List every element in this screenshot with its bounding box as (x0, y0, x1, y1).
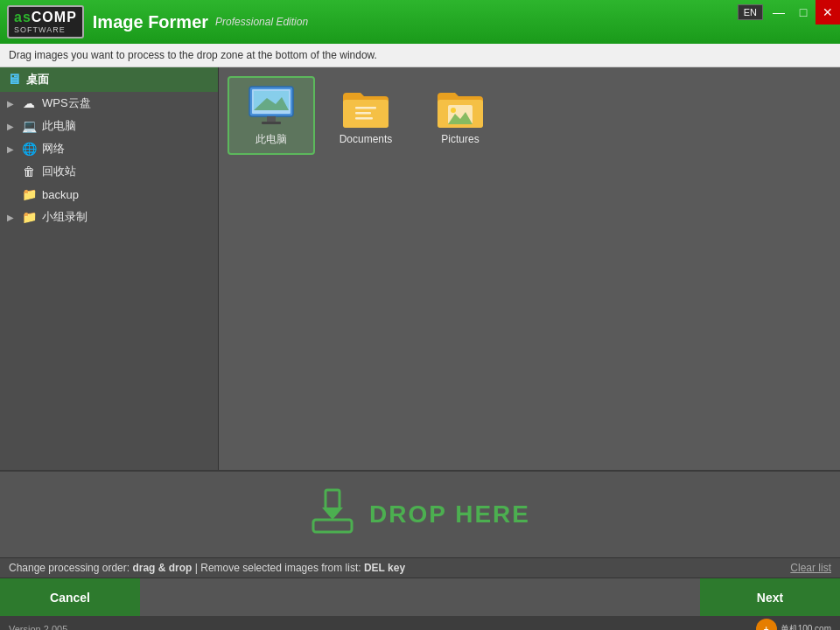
svg-point-13 (451, 108, 456, 113)
app-title: Image Former (93, 12, 208, 32)
tree-item-label: WPS云盘 (42, 95, 91, 111)
info-text: Drag images you want to process to the d… (9, 49, 377, 61)
tree-item-backup[interactable]: ▶ 📁 backup (0, 183, 218, 206)
pictures-label: Pictures (441, 133, 479, 145)
version-text: Version 2.005 (9, 624, 67, 630)
svg-rect-7 (355, 107, 376, 109)
tree-item-wps[interactable]: ▶ ☁ WPS云盘 (0, 92, 218, 115)
maximize-button[interactable]: □ (791, 0, 816, 24)
arrow-icon: ▶ (7, 144, 18, 154)
folder-icon: 📁 (21, 186, 37, 202)
tree-header[interactable]: 🖥 桌面 (0, 67, 218, 92)
cloud-icon: ☁ (21, 95, 37, 111)
documents-folder-icon (340, 86, 392, 130)
pictures-folder-icon (434, 86, 486, 130)
network-icon: 🌐 (21, 141, 37, 157)
svg-rect-5 (262, 122, 281, 124)
tree-header-label: 桌面 (26, 72, 49, 88)
app-edition: Professional Edition (215, 16, 308, 28)
lang-badge: EN (738, 4, 763, 20)
main-content: 🖥 桌面 ▶ ☁ WPS云盘 ▶ 💻 此电脑 ▶ 🌐 网络 ▶ 🗑 回收站 ▶ … (0, 67, 840, 470)
close-button[interactable]: ✕ (816, 0, 840, 24)
tree-item-recording[interactable]: ▶ 📁 小组录制 (0, 206, 218, 228)
documents-label: Documents (340, 133, 393, 145)
info-bar: Drag images you want to process to the d… (0, 44, 840, 67)
window-controls: EN — □ ✕ (738, 0, 840, 24)
title-bar: asCOMP SOFTWARE Image Former Professiona… (0, 0, 840, 44)
next-button[interactable]: Next (700, 578, 840, 616)
bottom-bar: Cancel Next (0, 578, 840, 616)
drop-zone[interactable]: DROP HERE (0, 470, 840, 557)
tree-item-label: 网络 (42, 141, 65, 157)
desktop-folder-icon: 🖥 (7, 72, 21, 88)
status-right[interactable]: Clear list (790, 562, 831, 574)
svg-rect-16 (313, 520, 352, 532)
thispc-icon (245, 85, 298, 129)
thispc-label: 此电脑 (256, 132, 287, 147)
file-item-documents[interactable]: Documents (322, 76, 410, 155)
arrow-icon: ▶ (7, 99, 18, 108)
file-item-thispc[interactable]: 此电脑 (228, 76, 315, 155)
version-bar: Version 2.005 + 单机100.com (0, 616, 840, 630)
tree-item-thispc[interactable]: ▶ 💻 此电脑 (0, 115, 218, 137)
svg-rect-4 (267, 116, 276, 122)
tree-item-label: 回收站 (42, 164, 76, 179)
arrow-icon: ▶ (7, 122, 18, 131)
tree-item-label: backup (42, 188, 79, 201)
drop-text: DROP HERE (369, 500, 530, 528)
pc-icon: 💻 (21, 118, 37, 134)
arrow-icon: ▶ (7, 213, 18, 222)
cancel-button[interactable]: Cancel (0, 578, 140, 616)
minimize-button[interactable]: — (766, 0, 791, 24)
logo: asCOMP SOFTWARE (7, 5, 84, 38)
trash-icon: 🗑 (21, 164, 37, 179)
drag-drop-text: drag & drop (132, 562, 192, 574)
right-panel: 此电脑 Documents (219, 67, 840, 470)
drop-zone-inner: DROP HERE (310, 488, 530, 541)
svg-marker-15 (322, 508, 343, 520)
svg-rect-8 (355, 112, 371, 115)
clear-list-link[interactable]: Clear list (790, 562, 831, 574)
file-item-pictures[interactable]: Pictures (416, 76, 504, 155)
status-left: Change processing order: drag & drop | R… (9, 562, 405, 574)
remove-text: Remove selected images from list: (200, 562, 364, 574)
tree-item-label: 此电脑 (42, 118, 76, 134)
tree-item-network[interactable]: ▶ 🌐 网络 (0, 137, 218, 160)
logo-sub: SOFTWARE (14, 25, 77, 34)
logo-text: asCOMP (14, 10, 77, 24)
del-key-text: DEL key (364, 562, 405, 574)
watermark-icon: + (756, 619, 777, 630)
folder-icon: 📁 (21, 209, 37, 225)
tree-item-trash[interactable]: ▶ 🗑 回收站 (0, 160, 218, 183)
spacer (140, 578, 700, 616)
tree-item-label: 小组录制 (42, 209, 88, 225)
status-bar: Change processing order: drag & drop | R… (0, 557, 840, 578)
left-panel: 🖥 桌面 ▶ ☁ WPS云盘 ▶ 💻 此电脑 ▶ 🌐 网络 ▶ 🗑 回收站 ▶ … (0, 67, 219, 470)
svg-rect-9 (355, 117, 373, 120)
watermark-site: 单机100.com (780, 623, 831, 630)
drop-icon (310, 488, 355, 541)
watermark: + 单机100.com (756, 619, 831, 630)
svg-rect-14 (326, 490, 340, 509)
change-order-text: Change processing order: (9, 562, 132, 574)
